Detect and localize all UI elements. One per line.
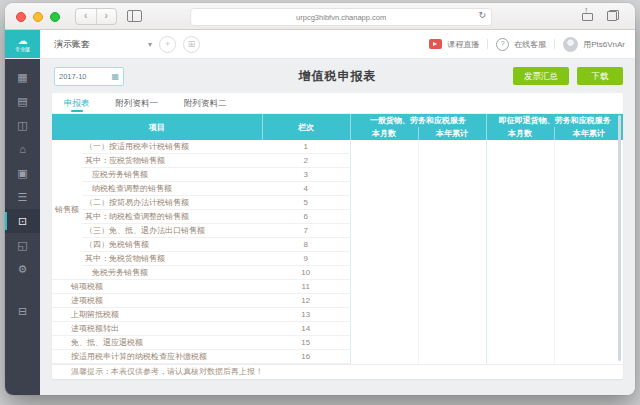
vertical-scrollbar[interactable] [618,115,621,361]
app-header: ☁ 专业版 演示账套 ▾ + ⊞ 课程直播 ? 在线客服 用Pts6VnAr [5,30,635,59]
dashboard-icon[interactable]: ▦ [5,65,40,89]
vat-table: 项目 栏次 一般货物、劳务和应税服务 即征即退货物、劳务和应税服务 本月数 本年… [52,114,623,364]
settings-icon[interactable]: ⚙ [5,257,40,281]
row-number: 7 [262,224,350,238]
share-icon[interactable]: ↑ [582,9,593,21]
row-number: 14 [262,322,350,336]
row-label: （一）按适用税率计税销售额 [82,140,262,154]
add-account-button[interactable]: + [159,36,176,53]
row-label: 免税劳务销售额 [82,266,262,280]
chevron-down-icon[interactable]: ▾ [148,40,152,49]
invoice-summary-button[interactable]: 发票汇总 [513,67,569,85]
col-header-month-b: 本月数 [486,127,554,140]
row-number: 2 [262,154,350,168]
tab-attachment-2[interactable]: 附列资料二 [184,93,227,113]
minimize-window-button[interactable] [33,12,43,22]
report-card: 申报表 附列资料一 附列资料二 项目 栏次 一般货物、劳务和应税服务 [52,93,623,379]
period-value: 2017-10 [59,72,87,81]
back-button[interactable]: ‹ [76,9,96,24]
row-number: 8 [262,238,350,252]
address-bar[interactable]: urpcg3hibfvn.chanapp.com ↻ [190,8,492,26]
account-name[interactable]: 演示账套 [54,38,90,51]
tab-declaration[interactable]: 申报表 [64,93,90,113]
value-cell [486,140,554,364]
checkout-icon[interactable]: ⊟ [5,299,40,323]
invoice-icon[interactable]: ▣ [5,161,40,185]
page-title: 增值税申报表 [299,68,377,85]
content-area: ▦▤◫⌂▣☰⊡◱⚙⊟ 2017-10 ▦ 增值税申报表 发票汇总 下载 申报表 … [5,59,635,395]
row-label: 其中：纳税检查调整的销售额 [82,210,262,224]
row-number: 10 [262,266,350,280]
help-icon: ? [496,38,509,51]
value-cell [554,140,623,364]
sidebar-toggle-icon[interactable] [127,10,142,22]
row-label: 上期留抵税额 [52,308,262,322]
row-label: 免、抵、退应退税额 [52,336,262,350]
online-support-link[interactable]: 在线客服 [514,39,546,50]
col-header-ytd-a: 本年累计 [418,127,486,140]
col-header-section-a: 一般货物、劳务和应税服务 [350,114,486,127]
reports-icon[interactable]: ◫ [5,113,40,137]
funds-icon[interactable]: ⌂ [5,137,40,161]
value-cell [418,140,486,364]
assets-icon[interactable]: ◱ [5,233,40,257]
period-picker[interactable]: 2017-10 ▦ [54,67,124,86]
window-controls [16,12,60,22]
value-cell [350,140,418,364]
col-header-month-a: 本月数 [350,127,418,140]
reload-icon[interactable]: ↻ [479,10,487,20]
table-body: 销售额（一）按适用税率计税销售额1其中：应税货物销售额2应税劳务销售额3纳税检查… [52,140,623,364]
row-number: 11 [262,280,350,294]
row-label: 其中：免税货物销售额 [82,252,262,266]
row-label: 按适用税率计算的纳税检查应补缴税额 [52,350,262,364]
live-stream-icon [429,39,442,49]
hint-note: 温馨提示：本表仅供参考，请认真核对数据后再上报！ [52,364,623,379]
report-tabs: 申报表 附列资料一 附列资料二 [52,93,623,114]
main-panel: 2017-10 ▦ 增值税申报表 发票汇总 下载 申报表 附列资料一 附列资料二 [40,59,635,395]
salary-icon[interactable]: ☰ [5,185,40,209]
table-row: 销售额（一）按适用税率计税销售额1 [52,140,623,154]
divider [554,39,555,49]
browser-window: ‹ › urpcg3hibfvn.chanapp.com ↻ ↑ ☁ 专业版 演… [5,3,635,395]
app-logo[interactable]: ☁ 专业版 [5,30,40,58]
user-name[interactable]: 用Pts6VnAr [583,39,625,50]
apps-grid-button[interactable]: ⊞ [183,36,200,53]
tax-icon[interactable]: ⊡ [5,209,40,233]
row-label: 进项税额 [52,294,262,308]
user-avatar[interactable] [563,37,578,52]
row-number: 3 [262,168,350,182]
row-number: 15 [262,336,350,350]
row-label: 其中：应税货物销售额 [82,154,262,168]
zoom-window-button[interactable] [50,12,60,22]
row-number: 6 [262,210,350,224]
url-text: urpcg3hibfvn.chanapp.com [296,13,386,22]
download-button[interactable]: 下载 [577,67,623,85]
show-tabs-icon[interactable] [607,10,619,21]
row-number: 5 [262,196,350,210]
voucher-icon[interactable]: ▤ [5,89,40,113]
row-label: 应税劳务销售额 [82,168,262,182]
row-number: 12 [262,294,350,308]
tab-attachment-1[interactable]: 附列资料一 [116,93,159,113]
calendar-icon: ▦ [111,72,119,81]
browser-toolbar: ‹ › urpcg3hibfvn.chanapp.com ↻ ↑ [5,3,635,30]
col-header-ytd-b: 本年累计 [554,127,623,140]
col-header-section-b: 即征即退货物、劳务和应税服务 [486,114,623,127]
group-label: 销售额 [52,140,82,280]
share-arrow: ↑ [584,5,589,15]
logo-label: 专业版 [15,46,30,52]
row-number: 9 [262,252,350,266]
sidebar-nav: ▦▤◫⌂▣☰⊡◱⚙⊟ [5,59,40,395]
close-window-button[interactable] [16,12,26,22]
row-label: （四）免税销售额 [82,238,262,252]
row-label: 进项税额转出 [52,322,262,336]
forward-button[interactable]: › [96,9,117,24]
header-right: 课程直播 ? 在线客服 用Pts6VnAr [429,30,625,58]
row-label: 纳税检查调整的销售额 [82,182,262,196]
row-number: 16 [262,350,350,364]
live-stream-link[interactable]: 课程直播 [447,39,479,50]
row-number: 13 [262,308,350,322]
row-number: 1 [262,140,350,154]
row-number: 4 [262,182,350,196]
col-header-column-no: 栏次 [262,114,350,140]
